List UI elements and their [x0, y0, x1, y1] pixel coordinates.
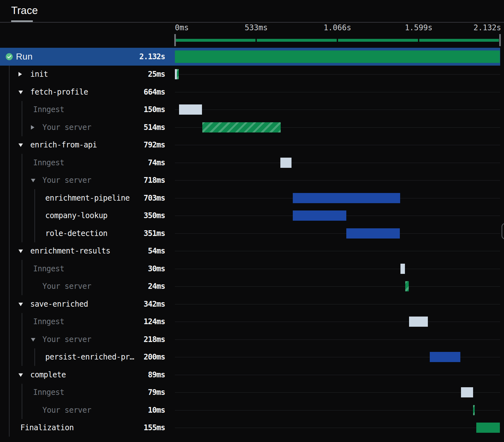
chevron-down-icon[interactable]: [31, 179, 35, 182]
check-circle-icon: [5, 53, 13, 61]
row-track-line: [175, 392, 500, 393]
row-label: Your server: [42, 123, 91, 132]
tree-guide-line: [9, 348, 10, 366]
trace-row-enrichment-results[interactable]: enrichment-results54ms: [0, 242, 500, 260]
minimap-tick-gap: [418, 38, 419, 42]
tab-bar: Trace: [0, 0, 504, 23]
tree-guide-line: [34, 225, 35, 242]
span-bar-inngest[interactable]: [461, 387, 473, 397]
tree-guide-line: [9, 384, 10, 402]
span-bar-run[interactable]: [175, 50, 500, 63]
row-duration: 792ms: [134, 140, 165, 149]
tab-trace-label: Trace: [11, 4, 38, 16]
span-bar-role-detection[interactable]: [346, 228, 400, 239]
trace-row-enrich-from-api[interactable]: enrich-from-api792ms: [0, 136, 500, 154]
chevron-right-icon[interactable]: [31, 125, 34, 130]
tree-guide-line: [9, 118, 10, 136]
tree-guide-line: [22, 225, 22, 242]
trace-row-inngest[interactable]: Inngest79ms: [0, 384, 500, 402]
trace-row-save-enriched[interactable]: save-enriched342ms: [0, 295, 500, 313]
tree-guide-line: [22, 331, 22, 348]
row-track-line: [175, 92, 500, 92]
timeline-header: 0ms533ms1.066s1.599s2.132s: [0, 23, 504, 48]
row-duration: 200ms: [134, 353, 165, 361]
trace-row-inngest[interactable]: Inngest150ms: [0, 101, 500, 119]
span-bar-finalization[interactable]: [476, 423, 500, 433]
minimap-end-tick: [499, 34, 501, 46]
tree-guide-line: [22, 348, 22, 366]
trace-row-your-server[interactable]: Your server514ms: [0, 118, 500, 136]
row-track-line: [175, 163, 500, 163]
tree-guide-line: [22, 401, 22, 419]
tree-guide-line: [9, 207, 10, 225]
row-track-line: [175, 375, 500, 375]
row-label: Run: [16, 52, 32, 62]
row-label: persist-enriched-pr…: [45, 353, 134, 361]
tree-guide-line: [22, 189, 22, 207]
row-duration: 718ms: [134, 176, 165, 185]
chevron-down-icon[interactable]: [18, 250, 23, 253]
chevron-down-icon[interactable]: [18, 90, 23, 94]
trace-row-init[interactable]: init25ms: [0, 66, 500, 83]
span-bar-inngest[interactable]: [280, 158, 292, 168]
span-bar-your-server[interactable]: [473, 405, 475, 415]
trace-row-fetch-profile[interactable]: fetch-profile664ms: [0, 83, 500, 101]
row-duration: 664ms: [134, 88, 165, 96]
side-drawer-handle[interactable]: [501, 223, 504, 239]
chevron-down-icon[interactable]: [18, 144, 23, 147]
tick-label-1.066s: 1.066s: [324, 23, 351, 32]
trace-row-your-server[interactable]: Your server24ms: [0, 278, 500, 296]
row-track-line: [175, 304, 500, 304]
chevron-down-icon[interactable]: [18, 373, 23, 377]
row-track-line: [175, 269, 500, 269]
chevron-down-icon[interactable]: [18, 303, 23, 306]
chevron-down-icon[interactable]: [31, 338, 35, 341]
trace-row-inngest[interactable]: Inngest30ms: [0, 260, 500, 278]
tick-label-533ms: 533ms: [245, 23, 268, 32]
span-bar-inngest[interactable]: [400, 264, 405, 274]
span-bar-your-server[interactable]: [202, 122, 281, 132]
row-duration: 124ms: [134, 317, 165, 326]
trace-row-inngest[interactable]: Inngest124ms: [0, 313, 500, 331]
row-label: Inngest: [33, 317, 64, 326]
trace-row-your-server[interactable]: Your server718ms: [0, 172, 500, 189]
row-label: Your server: [42, 335, 91, 344]
trace-row-run[interactable]: Run2.132s: [0, 48, 500, 66]
span-bar-enrichment-pipeline[interactable]: [293, 193, 400, 203]
span-bar-persist-enriched-pr[interactable]: [430, 352, 460, 362]
span-bar-init[interactable]: [177, 69, 179, 79]
trace-row-your-server[interactable]: Your server10ms: [0, 401, 500, 419]
row-track-line: [175, 339, 500, 340]
span-rows: Run2.132sinit25msfetch-profile664msInnge…: [0, 48, 504, 437]
trace-row-role-detection[interactable]: role-detection351ms: [0, 225, 500, 242]
tree-guide-line: [9, 136, 10, 154]
tree-guide-line: [9, 331, 10, 348]
trace-row-company-lookup[interactable]: company-lookup350ms: [0, 207, 500, 225]
trace-row-your-server[interactable]: Your server218ms: [0, 331, 500, 348]
tree-guide-line: [9, 401, 10, 419]
row-label: enrich-from-api: [30, 140, 97, 149]
tree-guide-line: [34, 189, 35, 207]
tree-guide-line: [22, 313, 22, 331]
tree-guide-line: [9, 366, 10, 384]
row-track-line: [175, 322, 500, 322]
tree-guide-line: [9, 278, 10, 296]
tree-guide-line: [9, 189, 10, 207]
tree-guide-line: [9, 313, 10, 331]
span-bar-inngest[interactable]: [409, 317, 428, 327]
trace-row-inngest[interactable]: Inngest74ms: [0, 154, 500, 172]
trace-row-complete[interactable]: complete89ms: [0, 366, 500, 384]
timeline-minimap[interactable]: [0, 34, 504, 48]
row-track-line: [175, 74, 500, 75]
tree-guide-line: [9, 419, 10, 437]
span-bar-your-server[interactable]: [405, 281, 409, 291]
row-duration: 10ms: [134, 406, 165, 415]
trace-row-persist-enriched-pr[interactable]: persist-enriched-pr…200ms: [0, 348, 500, 366]
tab-trace[interactable]: Trace: [11, 4, 38, 17]
tree-guide-line: [9, 242, 10, 260]
trace-row-finalization[interactable]: Finalization155ms: [0, 419, 500, 437]
chevron-right-icon[interactable]: [18, 72, 22, 76]
span-bar-inngest[interactable]: [179, 104, 202, 115]
trace-row-enrichment-pipeline[interactable]: enrichment-pipeline703ms: [0, 189, 500, 207]
span-bar-company-lookup[interactable]: [293, 210, 346, 221]
